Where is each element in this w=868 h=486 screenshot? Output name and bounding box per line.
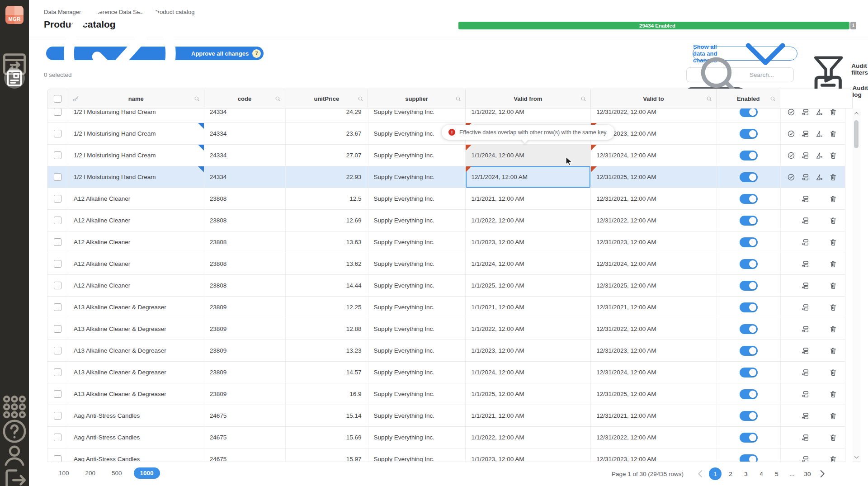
- delete-row-button[interactable]: [829, 390, 837, 398]
- cell-supplier[interactable]: Supply Everything Inc.: [368, 318, 466, 340]
- table-row[interactable]: A13 Alkaline Cleaner & Degreaser2380916.…: [47, 383, 845, 405]
- approve-all-changes-button[interactable]: Approve all changes 7: [46, 47, 264, 60]
- cell-validto[interactable]: 12/31/2023, 12:00 AM: [591, 340, 717, 361]
- table-row[interactable]: 1/2 l Moisturising Hand Cream2433422.93S…: [47, 166, 845, 188]
- cell-code[interactable]: 23809: [204, 318, 286, 340]
- table-row[interactable]: A12 Alkaline Cleaner2380812.5Supply Ever…: [47, 188, 845, 210]
- select-all-checkbox[interactable]: [54, 95, 61, 103]
- page-button[interactable]: 5: [770, 467, 783, 480]
- cell-name[interactable]: A12 Alkaline Cleaner: [68, 210, 204, 231]
- cell-validfrom[interactable]: 12/1/2024, 12:00 AM: [466, 166, 591, 188]
- table-row[interactable]: A12 Alkaline Cleaner2380813.62Supply Eve…: [47, 253, 845, 275]
- duplicate-row-button[interactable]: [801, 173, 809, 181]
- duplicate-row-button[interactable]: [801, 130, 809, 138]
- enabled-toggle[interactable]: [740, 172, 758, 182]
- row-checkbox[interactable]: [54, 173, 61, 181]
- cell-unitprice[interactable]: 16.9: [286, 383, 368, 405]
- approve-row-button[interactable]: [787, 173, 795, 181]
- cell-validto[interactable]: 12/31/2025, 12:00 AM: [591, 166, 717, 188]
- row-audit-button[interactable]: [815, 109, 823, 116]
- cell-name[interactable]: Aag Anti-Stress Candles: [68, 405, 204, 426]
- cell-validto[interactable]: 12/31/2022, 12:00 AM: [591, 109, 717, 123]
- enabled-toggle[interactable]: [740, 237, 758, 247]
- duplicate-row-button[interactable]: [801, 368, 809, 377]
- enabled-toggle[interactable]: [740, 454, 758, 462]
- duplicate-row-button[interactable]: [801, 390, 809, 398]
- page-size-option[interactable]: 500: [107, 467, 127, 479]
- cell-validfrom[interactable]: 1/1/2024, 12:00 AM: [466, 362, 591, 383]
- row-checkbox[interactable]: [54, 282, 61, 289]
- cell-code[interactable]: 24675: [204, 427, 286, 448]
- cell-name[interactable]: A13 Alkaline Cleaner & Degreaser: [68, 318, 204, 340]
- table-row[interactable]: A13 Alkaline Cleaner & Degreaser2380912.…: [47, 297, 845, 318]
- column-header-unitprice[interactable]: unitPrice: [285, 89, 368, 108]
- duplicate-row-button[interactable]: [801, 325, 809, 333]
- cell-validto[interactable]: 12/31/2024, 12:00 AM: [591, 362, 717, 383]
- cell-code[interactable]: 24334: [204, 109, 286, 123]
- column-search-icon[interactable]: [274, 95, 281, 102]
- cell-code[interactable]: 23809: [204, 297, 286, 318]
- table-row[interactable]: A12 Alkaline Cleaner2380813.63Supply Eve…: [47, 231, 845, 253]
- cell-validto[interactable]: 12/31/2024, 12:00 AM: [591, 145, 717, 166]
- column-header-name[interactable]: name: [68, 89, 204, 108]
- cell-name[interactable]: 1/2 l Moisturising Hand Cream: [68, 109, 204, 123]
- cell-validfrom[interactable]: 1/1/2022, 12:00 AM: [466, 427, 591, 448]
- cell-validto[interactable]: 12/31/2021, 12:00 AM: [591, 188, 717, 209]
- sidebar-item-reference-data[interactable]: [0, 68, 29, 89]
- column-search-icon[interactable]: [580, 95, 587, 102]
- cell-code[interactable]: 24675: [204, 448, 286, 462]
- enabled-toggle[interactable]: [740, 194, 758, 204]
- column-search-icon[interactable]: [706, 95, 712, 102]
- vertical-scrollbar[interactable]: [853, 109, 860, 462]
- enabled-toggle[interactable]: [740, 389, 758, 399]
- row-checkbox[interactable]: [54, 412, 61, 420]
- cell-supplier[interactable]: Supply Everything Inc.: [368, 188, 466, 209]
- cell-unitprice[interactable]: 15.97: [286, 448, 368, 462]
- cell-supplier[interactable]: Supply Everything Inc.: [368, 210, 466, 231]
- duplicate-row-button[interactable]: [801, 151, 809, 160]
- cell-name[interactable]: A12 Alkaline Cleaner: [68, 231, 204, 253]
- cell-validfrom[interactable]: 1/1/2021, 12:00 AM: [466, 297, 591, 318]
- cell-validto[interactable]: 12/31/2021, 12:00 AM: [591, 405, 717, 426]
- delete-row-button[interactable]: [829, 412, 837, 420]
- row-checkbox[interactable]: [54, 303, 61, 311]
- cell-supplier[interactable]: Supply Everything Inc.: [368, 145, 466, 166]
- cell-name[interactable]: A12 Alkaline Cleaner: [68, 253, 204, 274]
- row-checkbox[interactable]: [54, 130, 61, 137]
- cell-unitprice[interactable]: 27.07: [286, 145, 368, 166]
- column-header-code[interactable]: code: [204, 89, 286, 108]
- delete-row-button[interactable]: [829, 217, 837, 225]
- cell-supplier[interactable]: Supply Everything Inc.: [368, 166, 466, 188]
- cell-name[interactable]: A13 Alkaline Cleaner & Degreaser: [68, 297, 204, 318]
- scroll-down-arrow[interactable]: [853, 453, 860, 461]
- row-audit-button[interactable]: [815, 130, 823, 138]
- enabled-toggle[interactable]: [740, 259, 758, 269]
- row-checkbox[interactable]: [54, 151, 61, 159]
- enabled-toggle[interactable]: [740, 433, 758, 443]
- row-checkbox[interactable]: [54, 390, 61, 398]
- enabled-toggle[interactable]: [740, 324, 758, 334]
- cell-code[interactable]: 24334: [204, 123, 286, 144]
- page-size-option[interactable]: 100: [54, 467, 74, 479]
- row-audit-button[interactable]: [815, 173, 823, 181]
- duplicate-row-button[interactable]: [801, 260, 809, 268]
- cell-validto[interactable]: 12/31/2022, 12:00 AM: [591, 318, 717, 340]
- delete-row-button[interactable]: [829, 238, 837, 246]
- sidebar-item-logout[interactable]: [0, 466, 29, 486]
- page-button[interactable]: 30: [801, 467, 814, 480]
- cell-name[interactable]: A13 Alkaline Cleaner & Degreaser: [68, 383, 204, 405]
- table-row[interactable]: A13 Alkaline Cleaner & Degreaser2380912.…: [47, 318, 845, 340]
- cell-name[interactable]: A13 Alkaline Cleaner & Degreaser: [68, 340, 204, 361]
- delete-row-button[interactable]: [829, 130, 837, 138]
- cell-unitprice[interactable]: 22.93: [286, 166, 368, 188]
- cell-name[interactable]: A13 Alkaline Cleaner & Degreaser: [68, 362, 204, 383]
- header-select-all[interactable]: [47, 89, 68, 108]
- column-header-enabled[interactable]: Enabled: [717, 89, 780, 108]
- page-size-option[interactable]: 200: [81, 467, 100, 479]
- cell-validto[interactable]: 12/31/2021, 12:00 AM: [591, 297, 717, 318]
- delete-row-button[interactable]: [829, 347, 837, 355]
- cell-code[interactable]: 23809: [204, 362, 286, 383]
- delete-row-button[interactable]: [829, 368, 837, 377]
- cell-validfrom[interactable]: 1/1/2022, 12:00 AM: [466, 210, 591, 231]
- cell-unitprice[interactable]: 15.69: [286, 427, 368, 448]
